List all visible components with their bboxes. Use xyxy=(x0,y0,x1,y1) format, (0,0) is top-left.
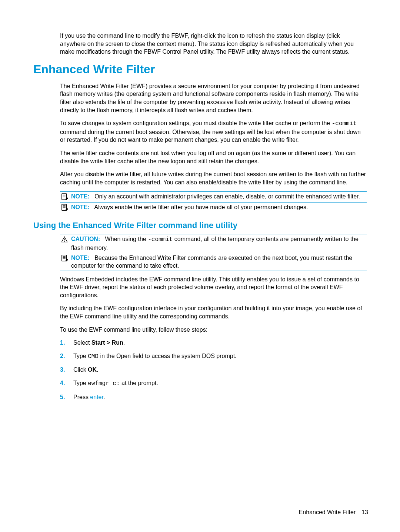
step-text: Click OK. xyxy=(73,366,99,374)
note-text: NOTE: Always enable the write filter aft… xyxy=(71,203,308,211)
step-number: 1. xyxy=(60,339,73,347)
key-enter: enter xyxy=(90,394,103,400)
paragraph-ewf-description: The Enhanced Write Filter (EWF) provides… xyxy=(60,82,367,114)
intro-paragraph: If you use the command line to modify th… xyxy=(60,32,367,56)
footer-title: Enhanced Write Filter xyxy=(299,509,356,515)
step-text: Press enter. xyxy=(73,393,105,401)
paragraph-cache-contents: The write filter cache contents are not … xyxy=(60,149,367,165)
note-body: Because the Enhanced Write Filter comman… xyxy=(71,255,352,269)
note-callout: NOTE: Because the Enhanced Write Filter … xyxy=(60,253,367,271)
note-text: NOTE: Only an account with administrator… xyxy=(71,193,360,201)
text-fragment: Press xyxy=(73,394,90,400)
text-fragment: . xyxy=(97,367,98,373)
text-fragment: in the Open field to access the system D… xyxy=(99,353,237,359)
list-item: 3. Click OK. xyxy=(60,366,367,374)
step-number: 5. xyxy=(60,393,73,401)
code-ewfmgr: ewfmgr c: xyxy=(88,380,120,387)
note-text: NOTE: Because the Enhanced Write Filter … xyxy=(71,254,367,270)
text-fragment: . xyxy=(103,394,105,400)
svg-point-9 xyxy=(64,241,65,242)
paragraph-steps-intro: To use the EWF command line utility, fol… xyxy=(60,326,367,334)
code-commit: -commit xyxy=(332,120,357,127)
text-fragment: Click xyxy=(73,367,88,373)
note-callout: NOTE: Only an account with administrator… xyxy=(60,191,367,202)
list-item: 4. Type ewfmgr c: at the prompt. xyxy=(60,379,367,388)
heading-ewf-command-line: Using the Enhanced Write Filter command … xyxy=(33,221,367,230)
step-text: Select Start > Run. xyxy=(73,339,125,347)
list-item: 5. Press enter. xyxy=(60,393,367,401)
code-cmd: CMD xyxy=(88,353,99,360)
note-body: Always enable the write filter after you… xyxy=(94,204,308,210)
note-callout: NOTE: Always enable the write filter aft… xyxy=(60,202,367,213)
caution-label: CAUTION: xyxy=(71,236,100,242)
note-label: NOTE: xyxy=(71,193,90,200)
note-body: Only an account with administrator privi… xyxy=(94,193,360,200)
text-fragment: Type xyxy=(73,353,88,359)
note-icon xyxy=(60,254,69,263)
text-fragment: When using the xyxy=(105,236,148,242)
footer-page-number: 13 xyxy=(361,509,368,515)
list-item: 2. Type CMD in the Open field to access … xyxy=(60,352,367,361)
paragraph-configuration-interface: By including the EWF configuration inter… xyxy=(60,304,367,320)
step-text: Type CMD in the Open field to access the… xyxy=(73,352,237,361)
heading-enhanced-write-filter: Enhanced Write Filter xyxy=(33,63,367,76)
step-number: 4. xyxy=(60,379,73,387)
note-label: NOTE: xyxy=(71,255,90,261)
paragraph-save-changes: To save changes to system configuration … xyxy=(60,119,367,144)
note-icon xyxy=(60,193,69,201)
bold-text: OK xyxy=(88,367,97,373)
step-number: 2. xyxy=(60,352,73,360)
code-commit: -commit xyxy=(148,236,173,243)
list-item: 1. Select Start > Run. xyxy=(60,339,367,347)
text-fragment: at the prompt. xyxy=(120,380,158,386)
step-number: 3. xyxy=(60,366,73,374)
caution-icon xyxy=(60,235,69,244)
paragraph-windows-embedded: Windows Embedded includes the EWF comman… xyxy=(60,275,367,300)
text-fragment: command during the current boot session.… xyxy=(60,129,361,143)
note-label: NOTE: xyxy=(71,204,90,210)
page-footer: Enhanced Write Filter13 xyxy=(299,509,368,516)
step-text: Type ewfmgr c: at the prompt. xyxy=(73,379,158,388)
steps-list: 1. Select Start > Run. 2. Type CMD in th… xyxy=(60,339,367,401)
paragraph-disable-filter: After you disable the write filter, all … xyxy=(60,170,367,186)
bold-text: Start > Run xyxy=(91,339,123,346)
text-fragment: Select xyxy=(73,339,91,346)
caution-text: CAUTION: When using the -commit command,… xyxy=(71,235,367,252)
text-fragment: Type xyxy=(73,380,88,386)
caution-callout: CAUTION: When using the -commit command,… xyxy=(60,234,367,252)
text-fragment: . xyxy=(123,339,125,346)
text-fragment: To save changes to system configuration … xyxy=(60,120,332,126)
note-icon xyxy=(60,203,69,212)
